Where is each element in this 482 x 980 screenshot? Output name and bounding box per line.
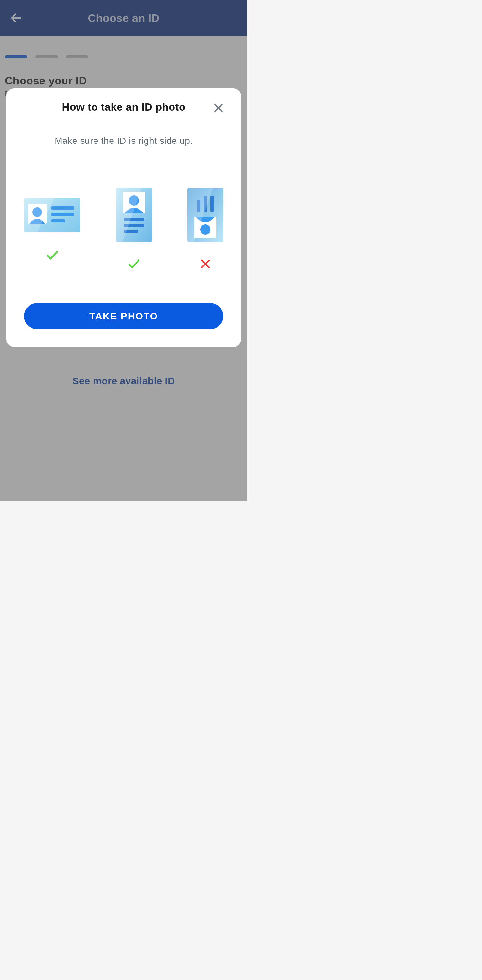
close-icon xyxy=(212,102,225,114)
close-button[interactable] xyxy=(211,100,227,116)
check-icon xyxy=(127,257,141,271)
id-photo-modal: How to take an ID photo Make sure the ID… xyxy=(6,88,241,347)
example-upside-down xyxy=(187,188,223,271)
take-photo-button[interactable]: TAKE PHOTO xyxy=(24,303,223,329)
x-icon xyxy=(198,257,212,271)
check-icon xyxy=(45,248,59,262)
svg-rect-18 xyxy=(211,196,214,212)
svg-rect-6 xyxy=(51,207,74,210)
modal-title: How to take an ID photo xyxy=(62,101,185,113)
modal-subtitle: Make sure the ID is right side up. xyxy=(24,136,223,146)
id-card-vertical-icon xyxy=(116,188,152,242)
svg-point-17 xyxy=(200,224,211,235)
example-cards-row xyxy=(24,188,223,271)
app-screen: Choose an ID Choose your ID Make sure yo… xyxy=(0,0,247,501)
svg-rect-7 xyxy=(51,213,74,216)
id-card-horizontal-icon xyxy=(24,197,80,234)
example-horizontal xyxy=(24,197,80,262)
id-card-upside-down-icon xyxy=(187,188,223,242)
svg-rect-8 xyxy=(51,219,65,223)
example-vertical xyxy=(116,188,152,271)
modal-overlay: How to take an ID photo Make sure the ID… xyxy=(0,0,247,501)
